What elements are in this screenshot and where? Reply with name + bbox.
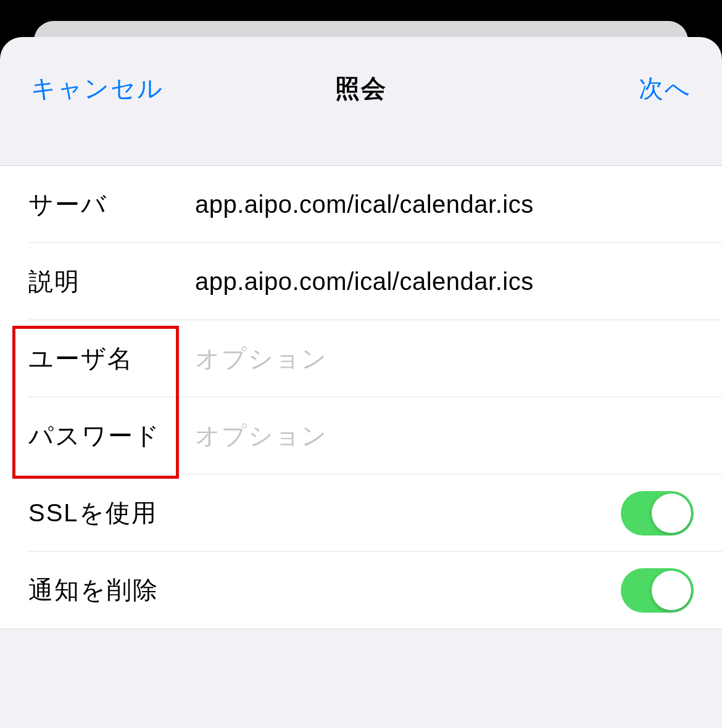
description-label: 説明 [28,265,195,299]
next-button[interactable]: 次へ [639,72,691,105]
form-section: サーバ 説明 ユーザ名 パスワード SSLを使用 通知を削除 [0,165,722,629]
remove-notifications-label: 通知を削除 [28,573,159,607]
nav-bar: キャンセル 照会 次へ [0,37,722,165]
server-input[interactable] [195,191,694,218]
description-input[interactable] [195,268,694,296]
ssl-label: SSLを使用 [28,496,157,530]
password-row: パスワード [0,397,722,474]
description-row: 説明 [0,243,722,320]
cancel-button[interactable]: キャンセル [31,72,164,105]
ssl-toggle[interactable] [621,491,694,536]
username-row: ユーザ名 [0,320,722,397]
username-input[interactable] [195,345,694,373]
remove-notifications-toggle[interactable] [621,568,694,613]
password-input[interactable] [195,422,694,450]
remove-notifications-row: 通知を削除 [0,552,722,629]
username-label: ユーザ名 [28,342,195,376]
password-label: パスワード [28,419,195,453]
modal-sheet: キャンセル 照会 次へ サーバ 説明 ユーザ名 パスワード SSLを使用 通知を… [0,37,722,728]
server-label: サーバ [28,188,195,221]
page-title: 照会 [335,72,387,105]
ssl-row: SSLを使用 [0,474,722,552]
server-row: サーバ [0,166,722,243]
